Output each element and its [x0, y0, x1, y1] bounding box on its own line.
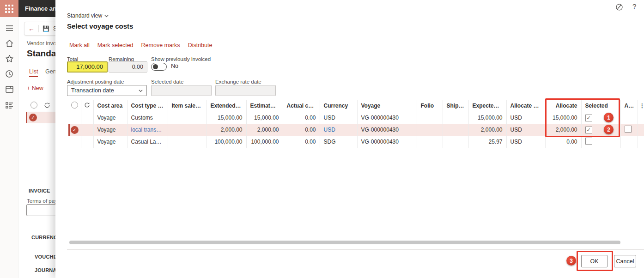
- distribute-link[interactable]: Distribute: [188, 42, 213, 48]
- waffle-grid-icon: [5, 5, 13, 13]
- select-all-circle[interactable]: [30, 102, 37, 109]
- annotation-badge-1: 1: [604, 113, 614, 122]
- cell-allocate[interactable]: 15,000.00: [545, 112, 581, 124]
- tab-list[interactable]: List: [29, 68, 38, 75]
- terms-of-payment-field[interactable]: [26, 204, 59, 216]
- grid-bottom-border: [67, 249, 644, 250]
- app-launcher-icon[interactable]: [0, 0, 18, 17]
- refresh-header[interactable]: [81, 100, 93, 112]
- cell-expected-allocation: 15,000.00: [468, 112, 506, 124]
- cell-allocate[interactable]: 0.00: [545, 136, 581, 148]
- col-selected[interactable]: Selected: [581, 100, 620, 112]
- adjustment-posting-date-value: Transaction date: [71, 87, 114, 94]
- cell-actual-cost: 0.00: [283, 124, 320, 136]
- grid-row-casual-labor[interactable]: Voyage Casual Labor 100,000.00 100,000.0…: [68, 136, 644, 148]
- selected-date-label: Selected date: [151, 79, 183, 85]
- cancel-button[interactable]: Cancel: [614, 255, 636, 267]
- col-expected-allocation[interactable]: Expected alloc...: [468, 100, 506, 112]
- cell-cost-type-code: Casual Labor: [127, 136, 168, 148]
- favorites-star-icon[interactable]: [0, 53, 18, 65]
- dialog-title: Select voyage costs: [67, 22, 133, 30]
- view-selector[interactable]: Standard view: [67, 12, 109, 19]
- col-cost-area[interactable]: Cost area: [93, 100, 127, 112]
- col-allo[interactable]: Allo...: [620, 100, 638, 112]
- refresh-icon: [84, 102, 90, 108]
- tab-general[interactable]: Gen: [45, 68, 56, 75]
- recent-clock-icon[interactable]: [0, 68, 18, 80]
- select-all-circle: [71, 102, 78, 109]
- row-select-cell[interactable]: ✓: [68, 124, 81, 136]
- mark-all-link[interactable]: Mark all: [69, 42, 90, 48]
- row-select-cell[interactable]: [68, 112, 81, 124]
- cell-allocate[interactable]: 2,000.00: [545, 124, 581, 136]
- help-icon[interactable]: ?: [632, 2, 636, 10]
- app-title: Finance an: [18, 0, 55, 17]
- back-arrow-icon[interactable]: ←: [28, 25, 35, 32]
- toggle-knob: [153, 64, 158, 69]
- total-field[interactable]: 17,000.00: [67, 61, 108, 73]
- select-all-header[interactable]: [68, 100, 81, 112]
- cell-currency-link[interactable]: USD: [320, 124, 357, 136]
- cell-selected: [581, 124, 620, 136]
- col-item-sales-tax-group[interactable]: Item sales tax gr...: [168, 100, 207, 112]
- section-invoice: INVOICE: [29, 188, 50, 193]
- col-shipping[interactable]: Shippin...: [443, 100, 468, 112]
- remaining-field: 0.00: [109, 61, 147, 73]
- ok-button[interactable]: OK: [581, 255, 608, 267]
- col-extended-value[interactable]: Extended value: [207, 100, 246, 112]
- home-icon[interactable]: [0, 37, 18, 49]
- grid-header-row: Cost area Cost type code Item sales tax …: [68, 100, 644, 112]
- col-folio[interactable]: Folio: [417, 100, 443, 112]
- cell-extended-value: 15,000.00: [207, 112, 246, 124]
- hamburger-menu-icon[interactable]: [0, 22, 18, 34]
- show-previously-invoiced-toggle[interactable]: [151, 63, 167, 71]
- cell-allocate-currency: USD: [506, 136, 545, 148]
- row-select-cell[interactable]: [68, 136, 81, 148]
- adjustment-posting-date-select[interactable]: Transaction date: [67, 85, 147, 96]
- annotation-badge-3: 3: [566, 256, 576, 266]
- col-currency[interactable]: Currency: [320, 100, 357, 112]
- cell-estimated-cost: 100,000.00: [246, 136, 283, 148]
- refresh-icon[interactable]: [44, 102, 50, 109]
- selected-checkbox[interactable]: [585, 115, 592, 121]
- allo-checkbox[interactable]: [625, 126, 632, 133]
- toolbar-divider: [38, 25, 39, 32]
- horizontal-scrollbar[interactable]: [69, 241, 620, 244]
- workspaces-icon[interactable]: [0, 83, 18, 95]
- modules-list-icon[interactable]: [0, 99, 18, 111]
- cell-voyage: VG-000000430: [357, 112, 417, 124]
- row-selected-check-icon: ✓: [71, 126, 79, 134]
- column-options-kebab-icon[interactable]: ⋮: [638, 100, 644, 112]
- feedback-icon[interactable]: [615, 3, 623, 11]
- col-voyage[interactable]: Voyage: [357, 100, 417, 112]
- cell-estimated-cost: 15,000.00: [246, 112, 283, 124]
- cell-cost-type-code: Customs: [127, 112, 168, 124]
- cell-cost-area: Voyage: [93, 112, 127, 124]
- voyage-costs-grid: Cost area Cost type code Item sales tax …: [68, 100, 644, 148]
- col-estimated-cost[interactable]: Estimated cost: [246, 100, 283, 112]
- cell-currency: SDG: [320, 136, 357, 148]
- new-button[interactable]: + New: [27, 85, 43, 91]
- grid-row-customs[interactable]: Voyage Customs 15,000.00 15,000.00 0.00 …: [68, 112, 644, 124]
- cell-cost-type-code-link[interactable]: local transpor...: [127, 124, 168, 136]
- cell-selected: [581, 136, 620, 148]
- annotation-badge-2: 2: [604, 125, 614, 134]
- cell-voyage: VG-000000430: [357, 136, 417, 148]
- dialog-action-links: Mark all Mark selected Remove marks Dist…: [69, 42, 212, 48]
- cell-selected: [581, 112, 620, 124]
- col-cost-type-code[interactable]: Cost type code: [127, 100, 168, 112]
- col-actual-cost[interactable]: Actual cost: [283, 100, 320, 112]
- left-nav: [0, 17, 18, 278]
- breadcrumb: Vendor invo: [27, 40, 56, 47]
- grid-row-local-transport[interactable]: ✓ Voyage local transpor... 2,000.00 2,00…: [68, 124, 644, 136]
- remove-marks-link[interactable]: Remove marks: [141, 42, 180, 48]
- col-allocate-currency[interactable]: Allocate curre...: [506, 100, 545, 112]
- selected-checkbox[interactable]: [585, 138, 592, 145]
- cell-voyage: VG-000000430: [357, 124, 417, 136]
- cell-estimated-cost: 2,000.00: [246, 124, 283, 136]
- toggle-value: No: [171, 63, 178, 69]
- mark-selected-link[interactable]: Mark selected: [97, 42, 134, 48]
- row-selected-check-icon: ✓: [29, 114, 37, 121]
- selected-checkbox[interactable]: [585, 127, 592, 133]
- col-allocate[interactable]: Allocate: [545, 100, 581, 112]
